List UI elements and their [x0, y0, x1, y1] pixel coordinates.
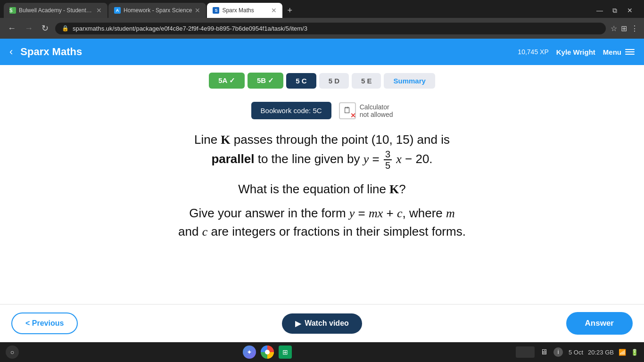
browser-actions: ☆ ⊞ ⋮ [611, 24, 638, 33]
chrome-icon[interactable] [261, 346, 274, 359]
question-main: Line K passes through the point (10, 15)… [194, 131, 450, 171]
tab-close-bulwell[interactable]: ✕ [96, 7, 102, 14]
form-y: y [349, 206, 355, 220]
form-c: c [397, 206, 403, 220]
app-logo: Sparx Maths [20, 46, 510, 58]
tab-bar: S Bulwell Academy - Student Ho... ✕ A Ho… [0, 0, 644, 18]
content-area: Bookwork code: 5C 🗒 ✕ Calculator not all… [0, 92, 644, 252]
new-tab-button[interactable]: + [283, 6, 296, 16]
calculator-text: Calculator not allowed [360, 103, 393, 118]
calculator-badge: 🗒 ✕ Calculator not allowed [339, 102, 393, 119]
fraction-3-5: 3 5 [384, 149, 392, 171]
bulwell-favicon: S [9, 7, 16, 14]
form-mx: mx [369, 206, 383, 220]
tab-close-sparx[interactable]: ✕ [271, 7, 277, 14]
sparx-favicon: S [213, 7, 219, 14]
minimize-button[interactable]: — [593, 4, 606, 17]
browser-chrome: S Bulwell Academy - Student Ho... ✕ A Ho… [0, 0, 644, 39]
tab-homework[interactable]: A Homework - Sparx Science ✕ [108, 3, 206, 18]
calculator-line1: Calculator [360, 103, 393, 111]
question-line2-bold: parallel [211, 152, 254, 166]
sheets-icon[interactable]: ⊞ [279, 346, 292, 359]
form-m: m [446, 206, 455, 220]
tab-5a[interactable]: 5A ✓ [209, 73, 245, 89]
close-button[interactable]: ✕ [623, 4, 636, 17]
app-header: ‹ Sparx Maths 10,745 XP Kyle Wright Menu [0, 39, 644, 65]
x-var: x [396, 152, 402, 166]
y-var: y [363, 152, 369, 166]
maximize-button[interactable]: ⧉ [608, 4, 621, 17]
equation-end: − 20. [405, 152, 433, 166]
xp-badge: 10,745 XP [518, 48, 548, 56]
homework-favicon: A [114, 7, 121, 14]
question-line3: What is the equation of line K? [238, 180, 406, 198]
battery-icon: 🔋 [631, 349, 638, 356]
tab-homework-title: Homework - Sparx Science [124, 7, 192, 14]
wifi-icon: 📶 [619, 349, 626, 356]
reload-button[interactable]: ↻ [40, 21, 50, 35]
watch-video-label: Watch video [305, 319, 349, 328]
more-options-icon[interactable]: ⋮ [631, 24, 638, 33]
address-bar: ← → ↻ 🔒 sparxmaths.uk/student/package/e0… [0, 18, 644, 39]
calculator-icon: 🗒 ✕ [339, 102, 356, 119]
back-button[interactable]: ‹ [9, 46, 13, 58]
taskbar-left: ○ [6, 346, 19, 359]
line-k-2: K [389, 182, 399, 196]
date-display: 5 Oct [569, 349, 583, 356]
time-display: 20:23 GB [588, 349, 614, 356]
ai-icon[interactable]: ✦ [243, 346, 256, 359]
tab-sparx[interactable]: S Sparx Maths ✕ [207, 3, 282, 18]
tab-5b[interactable]: 5B ✓ [248, 73, 283, 89]
tab-bulwell[interactable]: S Bulwell Academy - Student Ho... ✕ [4, 3, 107, 18]
sys-tray: 5 Oct 20:23 GB 📶 🔋 [569, 349, 638, 356]
calculator-line2: not allowed [360, 111, 393, 118]
screen-icon[interactable]: 🖥 [540, 348, 548, 356]
extensions-icon[interactable]: ⊞ [621, 24, 627, 33]
tab-5e[interactable]: 5 E [352, 73, 381, 89]
url-text: sparxmaths.uk/student/package/e0f4c8e7-2… [73, 25, 599, 32]
answer-button[interactable]: Answer [566, 312, 633, 335]
previous-button[interactable]: < Previous [11, 313, 78, 334]
bookwork-row: Bookwork code: 5C 🗒 ✕ Calculator not all… [251, 102, 393, 119]
tab-bulwell-title: Bulwell Academy - Student Ho... [19, 7, 93, 14]
url-bar[interactable]: 🔒 sparxmaths.uk/student/package/e0f4c8e7… [55, 23, 606, 34]
bookwork-code: Bookwork code: 5C [251, 102, 331, 119]
keyboard-icon [516, 346, 535, 358]
fraction-numerator: 3 [384, 149, 392, 160]
form-c2: c [202, 225, 208, 239]
calculator-x-icon: ✕ [350, 112, 356, 119]
star-icon[interactable]: ☆ [611, 24, 617, 33]
forward-nav-button[interactable]: → [23, 22, 35, 35]
question-line1-pre: Line K passes through the point (10, 15)… [194, 132, 450, 147]
taskbar-center: ✦ ⊞ [243, 346, 292, 359]
question-line2-post: to the line given by y = [258, 152, 383, 166]
taskbar: ○ ✦ ⊞ 🖥 i 5 Oct 20:23 GB 📶 🔋 [0, 342, 644, 362]
header-right: 10,745 XP Kyle Wright Menu [518, 48, 635, 56]
fraction-denominator: 5 [384, 160, 392, 171]
user-name: Kyle Wright [556, 48, 595, 56]
task-tab-navigation: 5A ✓ 5B ✓ 5 C 5 D 5 E Summary [0, 65, 644, 92]
taskbar-right: 🖥 i 5 Oct 20:23 GB 📶 🔋 [516, 346, 638, 358]
tab-5d[interactable]: 5 D [319, 73, 349, 89]
window-controls: — ⧉ ✕ [593, 4, 640, 17]
lock-icon: 🔒 [62, 25, 69, 32]
bottom-action-bar: < Previous ▶ Watch video Answer [0, 304, 644, 342]
watch-video-button[interactable]: ▶ Watch video [282, 313, 362, 334]
hamburger-icon [625, 49, 635, 55]
back-nav-button[interactable]: ← [6, 22, 18, 35]
tab-sparx-title: Sparx Maths [222, 7, 268, 14]
tab-5c[interactable]: 5 C [286, 73, 316, 89]
info-icon[interactable]: i [553, 347, 563, 357]
tab-close-homework[interactable]: ✕ [195, 7, 200, 14]
tab-summary[interactable]: Summary [384, 73, 435, 89]
answer-form-text2: and c are integers or fractions in their… [178, 224, 466, 239]
answer-form-text: Give your answer in the form y = mx + c,… [189, 206, 455, 221]
menu-label: Menu [603, 48, 621, 56]
menu-button[interactable]: Menu [603, 48, 635, 56]
video-icon: ▶ [295, 319, 301, 328]
search-button[interactable]: ○ [6, 346, 19, 359]
line-k: K [221, 133, 230, 147]
